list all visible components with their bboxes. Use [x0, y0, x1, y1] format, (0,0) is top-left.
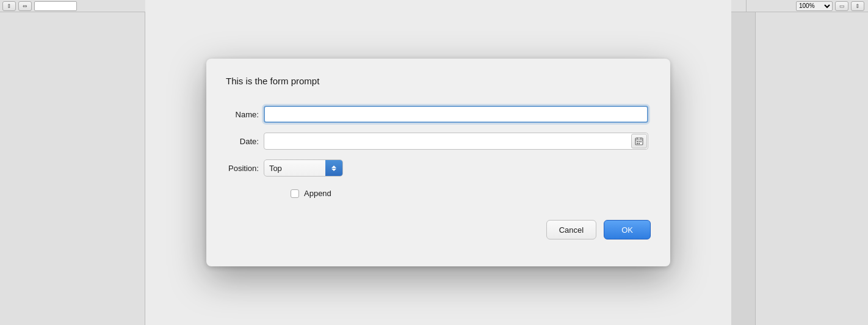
- position-selected-value: Top: [269, 164, 282, 173]
- ruler-top-right: 100% ▭ ⇕: [746, 0, 868, 12]
- name-label: Name:: [226, 101, 261, 128]
- button-row: Cancel OK: [226, 220, 651, 239]
- ruler-top-left: ⇕ ⇔: [0, 0, 146, 12]
- resize-vertical-icon: ⇕: [7, 3, 12, 9]
- date-input-container: [264, 133, 648, 150]
- position-row: Position: Top: [226, 155, 651, 181]
- position-label: Position:: [226, 155, 261, 181]
- position-select-container: Top: [264, 159, 343, 177]
- svg-rect-6: [640, 141, 642, 142]
- date-input[interactable]: [264, 133, 648, 150]
- svg-rect-7: [637, 143, 638, 144]
- date-label: Date:: [226, 128, 261, 155]
- svg-rect-5: [638, 141, 640, 142]
- calendar-icon[interactable]: [631, 134, 647, 148]
- append-row: Append: [291, 189, 651, 198]
- dialog-background: This is the form prompt Name: Date:: [145, 0, 731, 325]
- date-row: Date:: [226, 128, 651, 155]
- cancel-button[interactable]: Cancel: [546, 220, 596, 239]
- svg-rect-8: [638, 143, 640, 144]
- name-field-cell: [261, 101, 651, 128]
- stepper-btn[interactable]: ⇕: [851, 1, 864, 11]
- resize-vertical-btn[interactable]: ⇕: [2, 1, 16, 11]
- select-arrow-down-icon: [331, 169, 336, 171]
- name-input[interactable]: [264, 106, 648, 123]
- ok-button[interactable]: OK: [604, 220, 651, 239]
- form-table: Name: Date:: [226, 101, 651, 181]
- fit-icon: ▭: [839, 3, 845, 9]
- dialog-title: This is the form prompt: [226, 76, 651, 86]
- select-arrow-up-icon: [331, 166, 336, 168]
- date-field-cell: [261, 128, 651, 155]
- dialog-box: This is the form prompt Name: Date:: [206, 59, 670, 266]
- fit-btn[interactable]: ▭: [835, 1, 848, 11]
- position-field-cell: Top: [261, 155, 651, 181]
- append-label: Append: [304, 189, 331, 198]
- position-select[interactable]: Top: [264, 159, 343, 177]
- stepper-icon: ⇕: [855, 3, 860, 9]
- select-arrows: [325, 160, 342, 176]
- left-toolbar: [0, 12, 145, 325]
- name-row: Name:: [226, 101, 651, 128]
- right-toolbar: [755, 12, 868, 325]
- append-checkbox[interactable]: [291, 189, 299, 198]
- svg-rect-4: [637, 141, 638, 142]
- resize-horizontal-btn[interactable]: ⇔: [18, 1, 32, 11]
- resize-horizontal-icon: ⇔: [23, 3, 27, 9]
- zoom-select[interactable]: 100%: [796, 1, 833, 11]
- dimension-input[interactable]: [34, 1, 77, 11]
